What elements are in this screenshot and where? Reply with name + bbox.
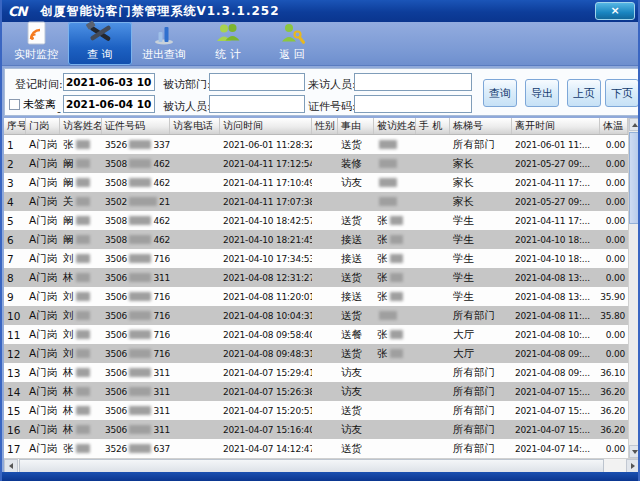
registration-time-from-input[interactable]: [63, 73, 155, 91]
table-row[interactable]: 13A门岗林35063112021-04-07 15:29:41访友所有部门20…: [4, 363, 628, 382]
toolbar-button-query[interactable]: 查 询: [68, 22, 132, 65]
column-header[interactable]: 手 机: [416, 118, 450, 134]
table-cell: A门岗: [26, 230, 60, 249]
table-cell: 2021-04-08 09:48:31: [220, 344, 312, 363]
app-window: CN 创厦智能访客门禁管理系统V1.3.1.252 × 实时监控 查 询 进出查…: [0, 0, 640, 481]
vertical-scroll-thumb[interactable]: [629, 132, 640, 224]
export-button[interactable]: 导出: [525, 79, 559, 107]
column-header[interactable]: 访客姓名: [60, 118, 102, 134]
table-cell: 0.00: [600, 230, 628, 249]
table-cell: 林: [60, 268, 102, 287]
redacted-text: [390, 292, 403, 301]
table-row[interactable]: 4A门岗关3502212021-04-11 17:07:38家长2021-05-…: [4, 192, 628, 211]
table-cell: 刘: [60, 344, 102, 363]
table-cell: 送货: [338, 135, 374, 154]
table-row[interactable]: 16A门岗林35063112021-04-07 15:16:40访友所有部门20…: [4, 420, 628, 439]
column-header[interactable]: 体温: [600, 118, 628, 134]
redacted-text: [76, 273, 90, 282]
table-row[interactable]: 1A门岗张35263372021-06-01 11:28:32送货所有部门202…: [4, 135, 628, 154]
table-cell: 2021-04-07 15:16:40: [220, 420, 312, 439]
toolbar-button-realtime-monitor[interactable]: 实时监控: [4, 22, 68, 65]
table-row[interactable]: 9A门岗刘35067162021-04-08 11:20:01接送张学生2021…: [4, 287, 628, 306]
scroll-down-button[interactable]: [629, 445, 640, 458]
bar-chart-icon: [152, 22, 176, 46]
table-cell: [374, 401, 416, 420]
table-cell: 林: [60, 363, 102, 382]
table-cell: 9: [4, 287, 26, 306]
redacted-text: [76, 254, 90, 263]
table-row[interactable]: 7A门岗刘35067162021-04-10 17:34:53接送张学生2021…: [4, 249, 628, 268]
column-header[interactable]: 栋梯号: [450, 118, 512, 134]
not-signed-out-checkbox-row: 未签离: [9, 97, 56, 112]
not-signed-out-checkbox[interactable]: [9, 99, 20, 110]
scroll-right-button[interactable]: [626, 459, 640, 473]
visitor-input[interactable]: [354, 73, 472, 91]
horizontal-scrollbar[interactable]: [4, 458, 640, 473]
next-page-button[interactable]: 下页: [605, 79, 639, 107]
table-cell: 0.00: [600, 211, 628, 230]
horizontal-scroll-thumb[interactable]: [19, 459, 604, 473]
redacted-text: [129, 406, 151, 415]
column-header[interactable]: 序号: [4, 118, 26, 134]
table-cell: 所有部门: [450, 439, 512, 458]
table-row[interactable]: 5A门岗阚35084622021-04-10 18:42:57送货张学生2021…: [4, 211, 628, 230]
table-row[interactable]: 14A门岗林35063112021-04-07 15:26:38访友所有部门20…: [4, 382, 628, 401]
column-header[interactable]: 门岗: [26, 118, 60, 134]
close-button[interactable]: ×: [595, 2, 635, 20]
registration-time-to-input[interactable]: [63, 95, 155, 113]
visited-department-input[interactable]: [209, 73, 305, 91]
column-header[interactable]: 事由: [338, 118, 374, 134]
table-cell: 0.00: [600, 268, 628, 287]
table-cell: 3506311: [102, 363, 170, 382]
scroll-up-button[interactable]: [629, 118, 640, 131]
table-row[interactable]: 8A门岗林35063112021-04-08 12:31:27送货张学生2021…: [4, 268, 628, 287]
table-cell: 3506311: [102, 268, 170, 287]
table-row[interactable]: 12A门岗刘35067162021-04-08 09:48:31送货张大厅202…: [4, 344, 628, 363]
column-header[interactable]: 离开时间: [512, 118, 600, 134]
table-cell: [416, 439, 450, 458]
redacted-text: [129, 349, 151, 358]
table-cell: 4: [4, 192, 26, 211]
column-header[interactable]: 性别: [312, 118, 338, 134]
table-cell: 接送: [338, 287, 374, 306]
table-row[interactable]: 2A门岗阚35084622021-04-11 17:12:54装修家长2021-…: [4, 154, 628, 173]
redacted-text: [76, 406, 90, 415]
column-header[interactable]: 访问时间: [220, 118, 312, 134]
redacted-text: [76, 425, 90, 434]
column-header[interactable]: 访客电话: [170, 118, 220, 134]
table-row[interactable]: 3A门岗阚35084622021-04-11 17:10:49访友家长2021-…: [4, 173, 628, 192]
query-button[interactable]: 查询: [483, 79, 517, 107]
vertical-scrollbar[interactable]: [628, 118, 640, 458]
visited-person-input[interactable]: [209, 95, 305, 113]
table-row[interactable]: 11A门岗刘35067162021-04-08 09:58:40送餐张大厅202…: [4, 325, 628, 344]
table-cell: 2021-04-08 10:...: [512, 325, 600, 344]
table-row[interactable]: 15A门岗林35063112021-04-07 15:20:51送货所有部门20…: [4, 401, 628, 420]
person-key-icon: [279, 22, 305, 46]
table-row[interactable]: 6A门岗阚35084622021-04-10 18:21:45接送张学生2021…: [4, 230, 628, 249]
column-header[interactable]: 被访姓名: [374, 118, 416, 134]
table-cell: 2021-04-07 15:...: [512, 382, 600, 401]
column-header[interactable]: 证件号码: [102, 118, 170, 134]
toolbar-button-return[interactable]: 返 回: [260, 22, 324, 65]
table-cell: [416, 420, 450, 439]
table-row[interactable]: 10A门岗刘35067162021-04-08 10:04:31送货所有部门20…: [4, 306, 628, 325]
table-cell: 2021-04-07 15:...: [512, 420, 600, 439]
id-number-input[interactable]: [354, 95, 472, 113]
table-cell: [374, 306, 416, 325]
toolbar-button-entry-exit-query[interactable]: 进出查询: [132, 22, 196, 65]
table-row[interactable]: 17A门岗张35266372021-04-07 14:12:47送货所有部门20…: [4, 439, 628, 458]
toolbar-button-statistics[interactable]: 统 计: [196, 22, 260, 65]
scroll-left-button[interactable]: [4, 459, 18, 473]
table-cell: [416, 211, 450, 230]
table-cell: 家长: [450, 192, 512, 211]
monitor-icon: [23, 21, 49, 46]
table-cell: 张: [60, 439, 102, 458]
redacted-text: [390, 254, 403, 263]
table-cell: 2: [4, 154, 26, 173]
table-header: 序号门岗访客姓名证件号码访客电话访问时间性别事由被访姓名手 机栋梯号离开时间体温: [4, 118, 628, 135]
table-cell: [416, 306, 450, 325]
prev-page-button[interactable]: 上页: [567, 79, 601, 107]
table-cell: [416, 401, 450, 420]
redacted-text: [390, 235, 403, 244]
table-cell: [312, 173, 338, 192]
